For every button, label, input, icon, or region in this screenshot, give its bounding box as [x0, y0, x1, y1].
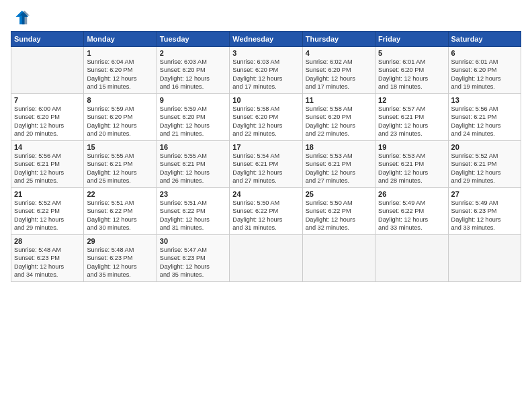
day-number: 4: [306, 49, 372, 57]
day-info: Sunrise: 5:53 AMSunset: 6:21 PMDaylight:…: [378, 152, 445, 185]
day-info: Sunrise: 5:47 AMSunset: 6:23 PMDaylight:…: [160, 246, 226, 279]
calendar-cell: 24Sunrise: 5:50 AMSunset: 6:22 PMDayligh…: [230, 188, 302, 235]
day-info: Sunrise: 6:03 AMSunset: 6:20 PMDaylight:…: [160, 58, 226, 91]
calendar-cell: 13Sunrise: 5:56 AMSunset: 6:21 PMDayligh…: [448, 94, 521, 141]
day-number: 23: [160, 190, 226, 198]
day-number: 15: [87, 143, 153, 151]
day-number: 19: [378, 143, 445, 151]
day-info: Sunrise: 5:51 AMSunset: 6:22 PMDaylight:…: [160, 199, 226, 232]
calendar-cell: 4Sunrise: 6:02 AMSunset: 6:20 PMDaylight…: [302, 47, 375, 94]
calendar-table: SundayMondayTuesdayWednesdayThursdayFrid…: [11, 31, 521, 282]
day-number: 13: [451, 96, 518, 104]
calendar-cell: 29Sunrise: 5:48 AMSunset: 6:23 PMDayligh…: [84, 235, 157, 282]
day-number: 24: [232, 190, 299, 198]
calendar-week-3: 14Sunrise: 5:56 AMSunset: 6:21 PMDayligh…: [11, 141, 521, 188]
calendar-week-1: 1Sunrise: 6:04 AMSunset: 6:20 PMDaylight…: [11, 47, 521, 94]
day-number: 14: [14, 143, 81, 151]
calendar-cell: 21Sunrise: 5:52 AMSunset: 6:22 PMDayligh…: [11, 188, 84, 235]
calendar-cell: [448, 235, 521, 282]
day-number: 12: [378, 96, 445, 104]
day-number: 17: [232, 143, 299, 151]
day-number: 21: [14, 190, 81, 198]
page-container: SundayMondayTuesdayWednesdayThursdayFrid…: [0, 0, 532, 287]
calendar-cell: 22Sunrise: 5:51 AMSunset: 6:22 PMDayligh…: [84, 188, 157, 235]
day-info: Sunrise: 5:58 AMSunset: 6:20 PMDaylight:…: [232, 105, 299, 138]
calendar-cell: 11Sunrise: 5:58 AMSunset: 6:20 PMDayligh…: [302, 94, 375, 141]
calendar-week-5: 28Sunrise: 5:48 AMSunset: 6:23 PMDayligh…: [11, 235, 521, 282]
day-number: 2: [160, 49, 226, 57]
day-number: 20: [451, 143, 518, 151]
day-info: Sunrise: 5:57 AMSunset: 6:21 PMDaylight:…: [378, 105, 445, 138]
calendar-cell: 1Sunrise: 6:04 AMSunset: 6:20 PMDaylight…: [84, 47, 157, 94]
calendar-cell: 15Sunrise: 5:55 AMSunset: 6:21 PMDayligh…: [84, 141, 157, 188]
calendar-cell: 30Sunrise: 5:47 AMSunset: 6:23 PMDayligh…: [157, 235, 229, 282]
day-number: 8: [87, 96, 153, 104]
day-number: 18: [306, 143, 372, 151]
day-info: Sunrise: 5:59 AMSunset: 6:20 PMDaylight:…: [87, 105, 153, 138]
calendar-cell: 26Sunrise: 5:49 AMSunset: 6:22 PMDayligh…: [375, 188, 448, 235]
weekday-header-friday: Friday: [375, 32, 448, 47]
weekday-header-sunday: Sunday: [11, 32, 84, 47]
day-number: 27: [451, 190, 518, 198]
weekday-header-saturday: Saturday: [448, 32, 521, 47]
day-number: 10: [232, 96, 299, 104]
day-info: Sunrise: 5:58 AMSunset: 6:20 PMDaylight:…: [306, 105, 372, 138]
day-info: Sunrise: 5:55 AMSunset: 6:21 PMDaylight:…: [87, 152, 153, 185]
weekday-header-wednesday: Wednesday: [230, 32, 302, 47]
calendar-cell: [11, 47, 84, 94]
calendar-cell: 20Sunrise: 5:52 AMSunset: 6:21 PMDayligh…: [448, 141, 521, 188]
calendar-cell: 28Sunrise: 5:48 AMSunset: 6:23 PMDayligh…: [11, 235, 84, 282]
day-number: 3: [232, 49, 299, 57]
calendar-week-4: 21Sunrise: 5:52 AMSunset: 6:22 PMDayligh…: [11, 188, 521, 235]
weekday-header-row: SundayMondayTuesdayWednesdayThursdayFrid…: [11, 32, 521, 47]
day-info: Sunrise: 6:00 AMSunset: 6:20 PMDaylight:…: [14, 105, 81, 138]
weekday-header-monday: Monday: [84, 32, 157, 47]
logo: [11, 8, 32, 27]
day-info: Sunrise: 5:55 AMSunset: 6:21 PMDaylight:…: [160, 152, 226, 185]
calendar-cell: 8Sunrise: 5:59 AMSunset: 6:20 PMDaylight…: [84, 94, 157, 141]
day-info: Sunrise: 5:50 AMSunset: 6:22 PMDaylight:…: [232, 199, 299, 232]
header: [11, 8, 521, 27]
day-number: 11: [306, 96, 372, 104]
day-info: Sunrise: 5:53 AMSunset: 6:21 PMDaylight:…: [306, 152, 372, 185]
calendar-cell: 5Sunrise: 6:01 AMSunset: 6:20 PMDaylight…: [375, 47, 448, 94]
day-info: Sunrise: 5:52 AMSunset: 6:21 PMDaylight:…: [451, 152, 518, 185]
day-info: Sunrise: 5:56 AMSunset: 6:21 PMDaylight:…: [14, 152, 81, 185]
day-number: 28: [14, 237, 81, 245]
calendar-cell: 10Sunrise: 5:58 AMSunset: 6:20 PMDayligh…: [230, 94, 302, 141]
calendar-cell: 25Sunrise: 5:50 AMSunset: 6:22 PMDayligh…: [302, 188, 375, 235]
calendar-week-2: 7Sunrise: 6:00 AMSunset: 6:20 PMDaylight…: [11, 94, 521, 141]
day-number: 25: [306, 190, 372, 198]
calendar-cell: 2Sunrise: 6:03 AMSunset: 6:20 PMDaylight…: [157, 47, 229, 94]
calendar-cell: 9Sunrise: 5:59 AMSunset: 6:20 PMDaylight…: [157, 94, 229, 141]
calendar-cell: 19Sunrise: 5:53 AMSunset: 6:21 PMDayligh…: [375, 141, 448, 188]
calendar-cell: [230, 235, 302, 282]
calendar-cell: [302, 235, 375, 282]
day-number: 5: [378, 49, 445, 57]
day-info: Sunrise: 6:02 AMSunset: 6:20 PMDaylight:…: [306, 58, 372, 91]
day-number: 30: [160, 237, 226, 245]
day-info: Sunrise: 6:01 AMSunset: 6:20 PMDaylight:…: [378, 58, 445, 91]
day-number: 16: [160, 143, 226, 151]
calendar-cell: 7Sunrise: 6:00 AMSunset: 6:20 PMDaylight…: [11, 94, 84, 141]
calendar-cell: [375, 235, 448, 282]
weekday-header-thursday: Thursday: [302, 32, 375, 47]
day-number: 7: [14, 96, 81, 104]
day-info: Sunrise: 5:48 AMSunset: 6:23 PMDaylight:…: [87, 246, 153, 279]
day-number: 22: [87, 190, 153, 198]
day-number: 29: [87, 237, 153, 245]
day-info: Sunrise: 5:49 AMSunset: 6:22 PMDaylight:…: [378, 199, 445, 232]
calendar-cell: 27Sunrise: 5:49 AMSunset: 6:23 PMDayligh…: [448, 188, 521, 235]
calendar-cell: 17Sunrise: 5:54 AMSunset: 6:21 PMDayligh…: [230, 141, 302, 188]
logo-icon: [11, 8, 30, 27]
calendar-cell: 3Sunrise: 6:03 AMSunset: 6:20 PMDaylight…: [230, 47, 302, 94]
day-info: Sunrise: 6:01 AMSunset: 6:20 PMDaylight:…: [451, 58, 518, 91]
day-info: Sunrise: 5:51 AMSunset: 6:22 PMDaylight:…: [87, 199, 153, 232]
day-number: 26: [378, 190, 445, 198]
day-number: 1: [87, 49, 153, 57]
calendar-cell: 6Sunrise: 6:01 AMSunset: 6:20 PMDaylight…: [448, 47, 521, 94]
calendar-cell: 23Sunrise: 5:51 AMSunset: 6:22 PMDayligh…: [157, 188, 229, 235]
day-info: Sunrise: 5:50 AMSunset: 6:22 PMDaylight:…: [306, 199, 372, 232]
day-info: Sunrise: 6:03 AMSunset: 6:20 PMDaylight:…: [232, 58, 299, 91]
day-info: Sunrise: 5:59 AMSunset: 6:20 PMDaylight:…: [160, 105, 226, 138]
